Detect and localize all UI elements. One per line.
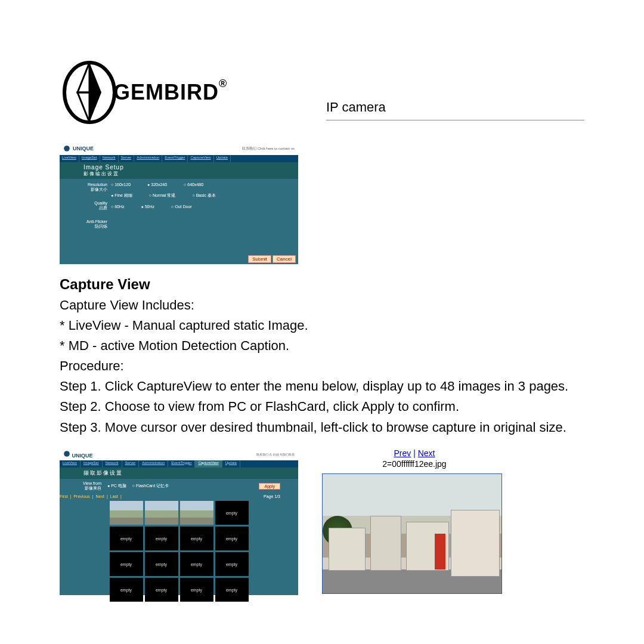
svg-point-2 — [64, 451, 70, 457]
ss1-row-resolution[interactable]: 160x120 320x240 640x480 — [111, 182, 298, 187]
thumbnail-empty[interactable]: empty — [145, 527, 178, 550]
ss1-tabs[interactable]: LiveView ImageSet Network Server Adminis… — [60, 155, 298, 162]
product-name: IP camera — [326, 100, 584, 115]
thumbnail-empty[interactable]: empty — [145, 552, 178, 576]
ss1-label-antiflicker: Anti-Flicker防闪烁 — [60, 219, 107, 230]
apply-button[interactable]: Apply — [259, 483, 280, 490]
opt-flashcard[interactable]: FlashCard 记忆卡 — [132, 483, 169, 489]
ss2-title: 撷取影像设置 — [60, 467, 298, 479]
ss1-label-resolution: Resolution影像大小 — [60, 182, 107, 193]
preview-nav: Prev | Next — [322, 448, 507, 458]
header-divider — [326, 120, 584, 120]
preview-panel: Prev | Next 2=00ffffff12ee.jpg — [322, 448, 507, 595]
viewfrom-label: View from影像来自 — [66, 481, 101, 491]
nav-next[interactable]: Next — [96, 494, 104, 499]
ss2-tab-event[interactable]: EventTrigger — [168, 460, 195, 467]
opt-pc[interactable]: PC 电脑 — [107, 483, 126, 489]
ss2-tab-liveview[interactable]: LiveView — [60, 460, 80, 467]
ss2-brand: UNIQUE — [63, 450, 93, 459]
ss2-logo-icon — [63, 450, 70, 457]
ss1-tab-liveview[interactable]: LiveView — [60, 155, 79, 162]
ss1-tab-admin[interactable]: Administration — [134, 155, 162, 162]
ss2-tab-admin[interactable]: Administration — [139, 460, 168, 467]
pagination-nav: First| Previous| Next| Last| Page 1/3 — [60, 493, 298, 500]
image-setup-screenshot: UNIQUE 联系我们 Click here to contact us Liv… — [60, 142, 298, 264]
capture-view-screenshot: UNIQUE 联系我们 点 此处 与我们联系 LiveView ImageSet… — [60, 448, 298, 595]
ss1-brand: UNIQUE — [63, 145, 94, 152]
ss2-tab-server[interactable]: Server — [122, 460, 140, 467]
step-3: Step 3. Move cursor over desired thumbna… — [60, 417, 584, 438]
ss1-tab-network[interactable]: Network — [100, 155, 119, 162]
thumbnail-empty[interactable]: empty — [110, 578, 143, 602]
ss1-tab-server[interactable]: Server — [119, 155, 135, 162]
ss1-row-quality[interactable]: Fine 精细 Normal 常规 Basic 基本 — [111, 193, 298, 199]
page-header: GEMBIRD® IP camera — [60, 60, 584, 125]
bullet-md: * MD - active Motion Detection Caption. — [60, 336, 584, 356]
thumbnail-grid: emptyemptyemptyemptyemptyemptyemptyempty… — [60, 500, 298, 603]
ss2-tab-capture[interactable]: CaptureView — [195, 460, 222, 467]
ss2-tab-update[interactable]: Update — [222, 460, 240, 467]
ss1-tab-imageset[interactable]: ImageSet — [79, 155, 100, 162]
preview-image[interactable] — [322, 473, 502, 594]
cancel-button[interactable]: Cancel — [273, 255, 296, 263]
next-link[interactable]: Next — [418, 448, 435, 458]
thumbnail-empty[interactable]: empty — [215, 501, 249, 525]
thumbnail-empty[interactable]: empty — [110, 527, 143, 550]
thumbnail-empty[interactable]: empty — [215, 578, 249, 602]
ss1-tab-update[interactable]: Update — [214, 155, 231, 162]
thumbnail-empty[interactable]: empty — [215, 527, 249, 550]
thumbnail-image[interactable] — [180, 501, 213, 525]
ss2-tab-imageset[interactable]: ImageSet — [80, 460, 103, 467]
logo-icon — [60, 60, 119, 125]
prev-link[interactable]: Prev — [394, 448, 411, 458]
thumbnail-image[interactable] — [110, 501, 143, 525]
ss1-label-quality: Quality品质 — [60, 201, 107, 211]
preview-filename: 2=00ffffff12ee.jpg — [322, 459, 507, 469]
step-1: Step 1. Click CaptureView to enter the m… — [60, 376, 584, 397]
bullet-liveview: * LiveView - Manual captured static Imag… — [60, 315, 584, 336]
thumbnail-empty[interactable]: empty — [180, 552, 213, 576]
ss1-contact-note: 联系我们 Click here to contact us — [242, 146, 295, 151]
ss1-logo-icon — [63, 145, 70, 152]
brand-name: GEMBIRD® — [113, 80, 219, 105]
thumbnail-empty[interactable]: empty — [180, 527, 213, 550]
procedure-label: Procedure: — [60, 356, 584, 376]
submit-button[interactable]: Submit — [248, 255, 271, 263]
ss1-row-antiflicker[interactable]: 60Hz 50Hz Out Door — [111, 205, 298, 209]
nav-first[interactable]: First — [60, 494, 68, 499]
ss2-contact-note: 联系我们 点 此处 与我们联系 — [256, 453, 295, 456]
ss1-title: Image Setup 影像输出设置 — [60, 162, 298, 179]
thumbnail-empty[interactable]: empty — [145, 578, 178, 602]
svg-point-1 — [64, 145, 70, 151]
thumbnail-empty[interactable]: empty — [110, 552, 143, 576]
brand-logo: GEMBIRD® — [60, 60, 219, 125]
ss1-tab-event[interactable]: EventTrigger — [162, 155, 188, 162]
includes-label: Capture View Includes: — [60, 295, 584, 315]
section-heading: Capture View — [60, 276, 584, 293]
body-text: Capture View Includes: * LiveView - Manu… — [60, 295, 584, 438]
ss2-tab-network[interactable]: Network — [103, 460, 122, 467]
thumbnail-image[interactable] — [145, 501, 178, 525]
thumbnail-empty[interactable]: empty — [180, 578, 213, 602]
ss1-tab-capture[interactable]: CaptureView — [188, 155, 213, 162]
nav-last[interactable]: Last — [110, 494, 118, 499]
thumbnail-empty[interactable]: empty — [215, 552, 249, 576]
ss2-tabs[interactable]: LiveView ImageSet Network Server Adminis… — [60, 460, 298, 467]
page-indicator: Page 1/3 — [264, 494, 298, 499]
step-2: Step 2. Choose to view from PC or FlashC… — [60, 397, 584, 417]
nav-previous[interactable]: Previous — [73, 494, 89, 499]
